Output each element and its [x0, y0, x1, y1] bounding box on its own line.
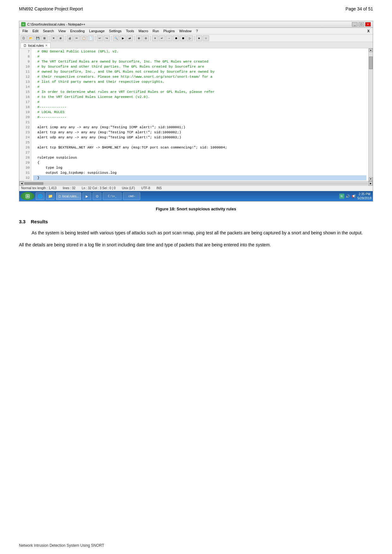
code-line-27[interactable]	[33, 150, 366, 155]
horizontal-scrollbar[interactable]: ◀ ▶	[19, 181, 373, 185]
toolbar-cut[interactable]: ✂	[74, 35, 80, 41]
code-line-24[interactable]: alert udp any any -> any any (msg:"Testi…	[33, 135, 366, 140]
toolbar-indent[interactable]: →	[166, 35, 172, 41]
start-button[interactable]: ⊞	[21, 192, 34, 200]
restore-button[interactable]: □	[359, 22, 364, 27]
code-line-22[interactable]: alert icmp any any -> any any (msg:"Test…	[33, 125, 366, 130]
menu-view[interactable]: View	[57, 28, 68, 33]
systray-network-icon[interactable]: N	[339, 194, 344, 199]
scroll-left-arrow[interactable]: ◀	[19, 181, 24, 186]
code-line-13[interactable]: # list of third party owners and their r…	[33, 79, 366, 84]
tab-close-icon[interactable]: ✕	[45, 44, 48, 47]
paragraph-2: All the details are being stored in a lo…	[19, 241, 373, 249]
code-line-19[interactable]: # LOCAL RULES	[33, 110, 366, 115]
menu-file[interactable]: File	[21, 28, 30, 33]
close-button[interactable]: ✕	[365, 22, 371, 27]
toolbar-close[interactable]: ✕	[51, 35, 57, 41]
code-line-26[interactable]: alert tcp $EXTERNAL_NET ANY -> $HOME_NET…	[33, 145, 366, 150]
code-line-25[interactable]	[33, 140, 366, 145]
menu-search[interactable]: Search	[41, 28, 56, 33]
code-line-32[interactable]: }	[33, 175, 366, 180]
taskbar-cmd-icon[interactable]: C:\>_	[103, 192, 122, 200]
toolbar-nbm[interactable]: ☆	[203, 35, 209, 41]
menu-run[interactable]: Run	[151, 28, 161, 33]
toolbar-undo[interactable]: ↩	[97, 35, 103, 41]
minimize-button[interactable]: _	[352, 22, 358, 27]
menu-edit[interactable]: Edit	[31, 28, 40, 33]
code-line-20[interactable]: #-------------	[33, 115, 366, 120]
tab-local-rules[interactable]: 🗋 local.rules ✕	[21, 43, 51, 48]
menu-plugins[interactable]: Plugins	[161, 28, 177, 33]
taskbar-terminal-icon[interactable]: cmd—	[123, 192, 140, 200]
menu-encoding[interactable]: Encoding	[68, 28, 87, 33]
toolbar-find[interactable]: 🔍	[113, 35, 119, 41]
toolbar-macro[interactable]: ⏺	[173, 35, 179, 41]
code-line-16[interactable]: # to the VRT Certified Rules License Agr…	[33, 94, 366, 99]
menu-close-x[interactable]: X	[365, 28, 371, 33]
toolbar-closeall[interactable]: ⊗	[57, 35, 64, 41]
toolbar-redo[interactable]: ↪	[104, 35, 110, 41]
toolbar-replace[interactable]: ⇄	[127, 35, 133, 41]
code-line-10[interactable]: # by Sourcefire and other third parties.…	[33, 64, 366, 69]
code-line-12[interactable]: # their respective creators. Please see …	[33, 74, 366, 79]
toolbar-save[interactable]: 💾	[34, 35, 41, 41]
code-line-18[interactable]: #-------------	[33, 105, 366, 110]
code-line-9[interactable]: # The VRT Certified Rules are owned by S…	[33, 59, 366, 64]
code-line-11[interactable]: # owned by Sourcefire, Inc., and the GPL…	[33, 69, 366, 74]
code-line-8[interactable]: #	[33, 54, 366, 59]
scroll-right-arrow[interactable]: ▶	[368, 181, 373, 186]
toolbar-paste[interactable]: 📄	[87, 35, 94, 41]
toolbar-zoomin[interactable]: ⊕	[136, 35, 142, 41]
toolbar-saveall[interactable]: ⊞	[41, 35, 48, 41]
taskbar-play-button[interactable]: ▶	[82, 192, 91, 200]
toolbar-sep2	[65, 36, 65, 41]
taskbar-notepad-button[interactable]: 🗋 local.rules...	[56, 192, 81, 200]
code-line-31[interactable]: output log_tcpdump: suspicious.log	[33, 170, 366, 175]
toolbar-macro2[interactable]: ⏹	[180, 35, 186, 41]
taskbar-chrome-icon[interactable]: ⊙	[93, 192, 101, 200]
code-line-30[interactable]: type log	[33, 165, 366, 170]
scroll-up-arrow[interactable]: ▲	[369, 48, 373, 52]
menu-tools[interactable]: Tools	[124, 28, 136, 33]
toolbar-run[interactable]: ▷	[187, 35, 193, 41]
toolbar-bookmark[interactable]: ★	[196, 35, 202, 41]
window-controls: _ □ ✕	[352, 22, 371, 27]
toolbar-sep6	[150, 36, 151, 41]
hscroll-thumb[interactable]	[24, 182, 43, 185]
taskbar-explorer-icon[interactable]: 📁	[46, 192, 55, 200]
menu-settings[interactable]: Settings	[107, 28, 124, 33]
scroll-thumb[interactable]	[369, 57, 373, 69]
code-line-15[interactable]: # In order to determine what rules are V…	[33, 89, 366, 94]
menu-language[interactable]: Language	[87, 28, 106, 33]
scroll-down-arrow[interactable]: ▼	[369, 177, 373, 181]
menu-window[interactable]: Window	[177, 28, 193, 33]
code-line-14[interactable]: #	[33, 84, 366, 89]
editor-content[interactable]: # GNU General Public License (GPL), v2. …	[31, 48, 368, 181]
taskbar-browser-icon[interactable]: 🌐	[36, 192, 45, 200]
notepad-taskbar-label: local.rules...	[62, 195, 79, 198]
menu-help[interactable]: ?	[194, 28, 200, 33]
toolbar-print[interactable]: 🖨	[67, 35, 73, 41]
editor-area[interactable]: 7891011121314151617181920212223242526272…	[19, 48, 373, 181]
toolbar-sep3	[95, 36, 95, 41]
code-line-17[interactable]: #	[33, 99, 366, 105]
code-line-28[interactable]: ruletype suspicious	[33, 155, 366, 160]
menu-macro[interactable]: Macro	[136, 28, 150, 33]
code-line-21[interactable]	[33, 120, 366, 125]
code-line-7[interactable]: # GNU General Public License (GPL), v2.	[33, 49, 366, 54]
toolbar-new[interactable]: 🗋	[21, 35, 27, 41]
taskbar-clock[interactable]: 2:35 PM 5/28/2018	[358, 192, 372, 200]
vertical-scrollbar[interactable]: ▲ ▼	[368, 48, 373, 181]
chrome-icon: ⊙	[96, 194, 99, 198]
status-position: Ln : 32 Col : 3 Sel : 0 | 0	[82, 186, 116, 190]
toolbar-open[interactable]: 📂	[27, 35, 34, 41]
systray-speaker-icon[interactable]: 🔊	[345, 194, 350, 199]
systray-volume-icon[interactable]: 📢	[351, 194, 356, 199]
toolbar-zoomout[interactable]: ⊖	[143, 35, 149, 41]
toolbar-copy[interactable]: 📋	[81, 35, 87, 41]
toolbar-syncsv[interactable]: ≡	[152, 35, 158, 41]
code-line-23[interactable]: alert tcp any any -> any any (msg:"Testi…	[33, 130, 366, 135]
code-line-29[interactable]: {	[33, 160, 366, 165]
toolbar-wrap[interactable]: ↵	[159, 35, 165, 41]
toolbar-findnext[interactable]: ▶	[120, 35, 126, 41]
